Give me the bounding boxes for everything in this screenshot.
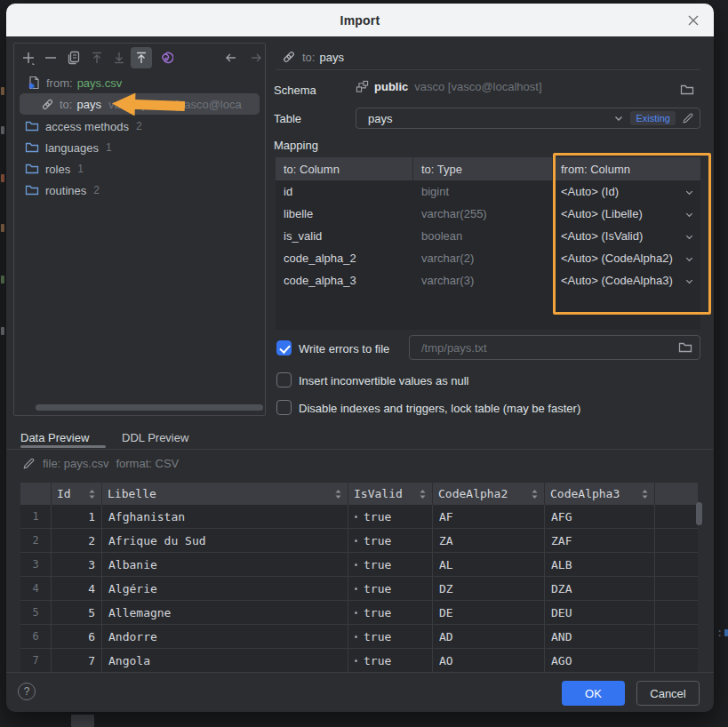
- folder-icon: [25, 162, 39, 176]
- target-header: to: pays: [282, 50, 344, 64]
- sort-icon[interactable]: [334, 489, 342, 499]
- mapping-col-from-column[interactable]: from: Column: [553, 157, 700, 180]
- pencil-icon[interactable]: [22, 457, 36, 470]
- mapping-from-select[interactable]: <Auto> (CodeAlpha2): [553, 247, 700, 269]
- cancel-button[interactable]: Cancel: [636, 681, 700, 706]
- sort-icon[interactable]: [641, 489, 649, 499]
- pencil-icon[interactable]: [682, 112, 694, 124]
- mapping-row[interactable]: code_alpha_2 varchar(2) <Auto> (CodeAlph…: [276, 247, 700, 269]
- choose-file-folder-icon[interactable]: [678, 340, 692, 355]
- move-to-top-icon[interactable]: [131, 47, 152, 68]
- mapping-to-type: varchar(2): [413, 247, 553, 269]
- disable-indexes-label: Disable indexes and triggers, lock table…: [299, 402, 580, 415]
- tab-data-preview[interactable]: Data Preview: [20, 431, 89, 444]
- write-errors-label: Write errors to file: [299, 342, 389, 356]
- mapping-row[interactable]: libelle varchar(255) <Auto> (Libelle): [276, 203, 700, 225]
- active-tab-underline: [20, 445, 106, 448]
- folder-count: 1: [106, 141, 112, 154]
- boolean-dot: [355, 611, 357, 614]
- error-file-input[interactable]: /tmp/pays.txt: [409, 335, 700, 360]
- tree-item-target-table[interactable]: to: pays vasco.public [vasco@localhost]: [14, 93, 265, 115]
- file-name-meta: file: pays.csv: [43, 457, 108, 470]
- mapping-from-select[interactable]: <Auto> (CodeAlpha3): [553, 269, 700, 292]
- tree-item-source-file[interactable]: ✱ from: pays.csv: [14, 72, 265, 93]
- filler-cell: [655, 649, 698, 672]
- add-icon[interactable]: [18, 47, 39, 68]
- sort-icon[interactable]: [419, 489, 427, 499]
- import-dialog: Import: [6, 4, 714, 712]
- sources-toolbar: [14, 44, 265, 72]
- cell-libelle: Afghanistan: [102, 505, 348, 528]
- cell-codealpha2: AF: [433, 505, 545, 528]
- insert-null-checkbox[interactable]: [276, 372, 292, 387]
- sort-icon[interactable]: [531, 489, 539, 499]
- cell-isvalid: true: [348, 601, 433, 624]
- write-errors-checkbox[interactable]: [276, 340, 292, 356]
- ok-button[interactable]: OK: [562, 681, 625, 706]
- row-number: 1: [20, 505, 52, 528]
- boolean-dot: [355, 659, 357, 662]
- move-up-icon[interactable]: [86, 47, 108, 68]
- chevron-down-icon[interactable]: [613, 113, 624, 124]
- cell-isvalid: true: [348, 505, 433, 528]
- column-header-libelle[interactable]: Libelle: [102, 483, 348, 505]
- column-header-id[interactable]: Id: [52, 483, 102, 505]
- forward-arrow-icon[interactable]: [245, 47, 267, 68]
- file-format-meta: format: CSV: [116, 457, 179, 470]
- tab-ddl-preview[interactable]: DDL Preview: [122, 431, 188, 444]
- help-button[interactable]: ?: [18, 683, 36, 700]
- mapping-from-value: <Auto> (CodeAlpha3): [561, 274, 673, 287]
- mapping-from-select[interactable]: <Auto> (Libelle): [553, 203, 700, 225]
- tree-folder-access-methods[interactable]: access methods 2: [14, 116, 265, 137]
- column-header-codealpha2[interactable]: CodeAlpha2: [433, 483, 545, 505]
- mapping-col-to-column[interactable]: to: Column: [276, 157, 413, 180]
- column-header-codealpha3[interactable]: CodeAlpha3: [545, 483, 655, 505]
- gutter-header: [20, 483, 52, 505]
- tree-folder-roles[interactable]: roles 1: [14, 158, 265, 180]
- mapping-row[interactable]: is_valid boolean <Auto> (IsValid): [276, 225, 700, 247]
- move-down-icon[interactable]: [108, 47, 130, 68]
- vertical-scrollbar[interactable]: [696, 502, 702, 525]
- mapping-to-type: varchar(255): [413, 203, 553, 225]
- table-row[interactable]: 5 5 Allemagne true DE DEU: [20, 601, 698, 625]
- column-header-isvalid[interactable]: IsValid: [348, 483, 433, 505]
- cell-libelle: Afrique du Sud: [102, 529, 348, 552]
- back-arrow-icon[interactable]: [220, 47, 242, 68]
- folder-icon: [25, 183, 39, 197]
- table-name-input[interactable]: pays Existing: [356, 108, 700, 129]
- mapping-from-value: <Auto> (Id): [561, 185, 619, 198]
- tree-folder-languages[interactable]: languages 1: [14, 137, 265, 158]
- schema-value-row[interactable]: public vasco [vasco@localhost]: [356, 80, 542, 93]
- mapping-from-select[interactable]: <Auto> (Id): [553, 180, 700, 203]
- sources-panel: ✱ from: pays.csv to: pays vasco.public […: [13, 43, 266, 416]
- cell-codealpha2: AL: [433, 553, 545, 576]
- table-row[interactable]: 3 3 Albanie true AL ALB: [20, 553, 698, 577]
- choose-schema-folder-icon[interactable]: [680, 83, 694, 97]
- mapping-from-select[interactable]: <Auto> (IsValid): [553, 225, 700, 247]
- dialog-title: Import: [340, 13, 380, 28]
- mapping-row[interactable]: code_alpha_3 varchar(3) <Auto> (CodeAlph…: [276, 269, 700, 292]
- folder-count: 2: [93, 184, 100, 196]
- cell-id: 7: [52, 649, 102, 672]
- table-row[interactable]: 1 1 Afghanistan true AF AFG: [20, 505, 698, 529]
- copy-icon[interactable]: [63, 47, 84, 68]
- table-row[interactable]: 6 6 Andorre true AD AND: [20, 625, 698, 649]
- sort-icon[interactable]: [88, 489, 96, 499]
- table-row[interactable]: 7 7 Angola true AO AGO: [20, 649, 698, 672]
- background-fragment: [1, 224, 4, 232]
- mapping-label: Mapping: [274, 139, 318, 152]
- cell-id: 2: [52, 529, 102, 552]
- mapping-from-value: <Auto> (Libelle): [561, 207, 643, 220]
- remove-icon[interactable]: [40, 47, 61, 68]
- table-row[interactable]: 4 4 Algérie true DZ DZA: [20, 577, 698, 601]
- horizontal-scrollbar[interactable]: [36, 404, 263, 411]
- mapping-col-to-type[interactable]: to: Type: [413, 157, 553, 180]
- row-number: 3: [20, 553, 52, 576]
- scripted-loader-icon[interactable]: [156, 47, 177, 68]
- table-row[interactable]: 2 2 Afrique du Sud true ZA ZAF: [20, 529, 698, 553]
- mapping-to-column: code_alpha_3: [276, 269, 413, 292]
- disable-indexes-checkbox[interactable]: [276, 400, 292, 415]
- tree-folder-routines[interactable]: routines 2: [14, 180, 265, 201]
- mapping-row[interactable]: id bigint <Auto> (Id): [276, 180, 700, 203]
- close-icon[interactable]: [684, 11, 703, 30]
